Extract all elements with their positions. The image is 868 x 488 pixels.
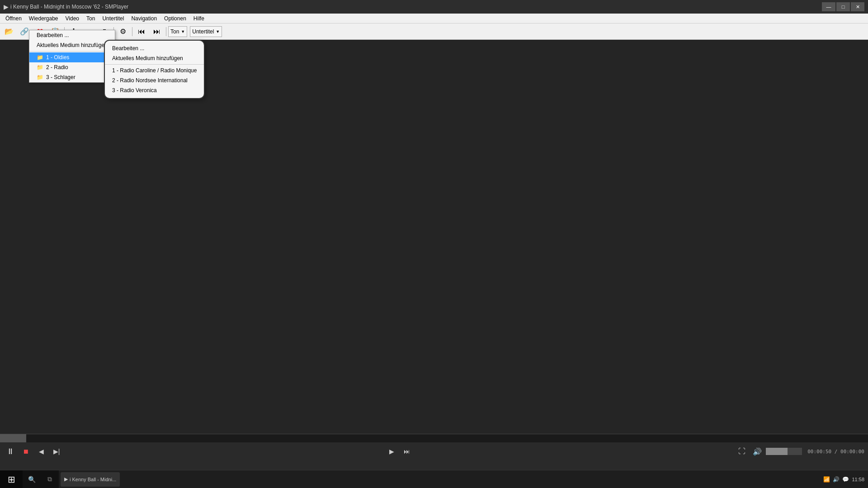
bearbeiten-item[interactable]: Bearbeiten ...: [29, 30, 115, 40]
preferences-button[interactable]: ⚙: [116, 25, 130, 38]
taskbar: ⊞ 🔍 ⧉ ▶ i Kenny Ball - Midni... 📶 🔊 💬 11…: [0, 470, 868, 488]
windows-icon: ⊞: [8, 474, 15, 485]
start-button[interactable]: ⊞: [0, 470, 23, 488]
fullscreen-button[interactable]: ⛶: [735, 445, 749, 458]
playlist-context-menu: Bearbeiten ... Aktuelles Medium hinzufüg…: [29, 30, 115, 83]
system-tray: 📶 🔊 💬 11:58: [820, 476, 868, 483]
window-title: i Kenny Ball - Midnight in Moscow '62 - …: [9, 4, 822, 10]
window-icon: ▶: [4, 3, 9, 10]
add-medium-item[interactable]: Aktuelles Medium hinzufügen: [29, 40, 115, 50]
window-controls: — □ ✕: [822, 2, 864, 11]
system-clock: 11:58: [852, 477, 864, 482]
tray-volume-icon: 🔊: [833, 476, 840, 483]
menu-bar: Öffnen Wiedergabe Video Ton Untertitel N…: [0, 14, 868, 23]
close-button[interactable]: ✕: [851, 2, 864, 11]
tray-network-icon: 📶: [823, 476, 830, 483]
smplayer-taskbar-label: i Kenny Ball - Midni...: [70, 477, 116, 482]
submenu-sep-1: [105, 64, 204, 65]
playlist-radio[interactable]: 📁 2 - Radio ▶: [29, 62, 115, 72]
radio-caroline-item[interactable]: 1 - Radio Caroline / Radio Monique: [105, 66, 204, 75]
next-track-button[interactable]: ▶: [385, 445, 398, 458]
title-bar: ▶ i Kenny Ball - Midnight in Moscow '62 …: [0, 0, 868, 14]
oldies-label: 1 - Oldies: [46, 54, 69, 61]
skip-button[interactable]: ⏭: [400, 445, 414, 458]
progress-bar[interactable]: [0, 434, 868, 442]
folder-icon-radio: 📁: [37, 64, 43, 70]
radio-veronica-item[interactable]: 3 - Radio Veronica: [105, 85, 204, 95]
next-button[interactable]: ⏭: [150, 25, 164, 38]
play-pause-button[interactable]: ⏸: [4, 445, 17, 458]
untertitel-dropdown[interactable]: Untertitel ▼: [190, 26, 222, 37]
volume-button[interactable]: 🔊: [750, 445, 764, 458]
minimize-button[interactable]: —: [822, 2, 835, 11]
untertitel-label: Untertitel: [192, 28, 214, 35]
playlist-toggle-button[interactable]: ▶|: [50, 445, 63, 458]
smplayer-taskbar-app[interactable]: ▶ i Kenny Ball - Midni...: [61, 472, 120, 487]
toolbar-separator-3: [132, 27, 132, 36]
toolbar-separator-4: [166, 27, 166, 36]
controls-row: ⏸ ⏹ ◀ ▶| ▶ ⏭ ⛶ 🔊 00:00:50 / 00:00:00: [0, 442, 868, 460]
progress-fill: [0, 434, 26, 442]
untertitel-arrow: ▼: [216, 29, 220, 34]
maximize-button[interactable]: □: [836, 2, 850, 11]
menu-navigation[interactable]: Navigation: [127, 14, 160, 23]
menu-sep-1: [29, 51, 115, 52]
folder-icon-schlager: 📁: [37, 74, 43, 80]
menu-optionen[interactable]: Optionen: [160, 14, 190, 23]
radio-nordsee-item[interactable]: 2 - Radio Nordsee International: [105, 75, 204, 85]
search-taskbar-button[interactable]: 🔍: [23, 470, 41, 488]
ton-arrow: ▼: [181, 29, 185, 34]
prev-track-button[interactable]: ◀: [34, 445, 48, 458]
menu-ton[interactable]: Ton: [83, 14, 99, 23]
radio-label: 2 - Radio: [46, 64, 68, 70]
menu-oeffnen[interactable]: Öffnen: [2, 14, 25, 23]
prev-button[interactable]: ⏮: [134, 25, 149, 38]
stop-button[interactable]: ⏹: [19, 445, 33, 458]
task-view-button[interactable]: ⧉: [41, 470, 59, 488]
oldies-submenu: Bearbeiten ... Aktuelles Medium hinzufüg…: [104, 40, 205, 99]
tray-message-icon: 💬: [842, 476, 849, 483]
time-display: 00:00:50 / 00:00:00: [807, 449, 864, 455]
control-bar: ⏸ ⏹ ◀ ▶| ▶ ⏭ ⛶ 🔊 00:00:50 / 00:00:00: [0, 434, 868, 470]
toolbar: 📂 🔗 ❤ 📋 ℹ ≡ ⏺ ⚙ ⏮ ⏭ Ton ▼ Untertitel ▼: [0, 23, 868, 40]
ton-dropdown[interactable]: Ton ▼: [168, 26, 187, 37]
add-medium-sub-item[interactable]: Aktuelles Medium hinzufügen: [105, 53, 204, 63]
menu-hilfe[interactable]: Hilfe: [190, 14, 208, 23]
menu-wiedergabe[interactable]: Wiedergabe: [25, 14, 62, 23]
folder-icon-oldies: 📁: [37, 54, 43, 61]
menu-video[interactable]: Video: [62, 14, 83, 23]
open-file-button[interactable]: 📂: [2, 25, 16, 38]
ton-label: Ton: [170, 28, 179, 35]
search-icon: 🔍: [28, 476, 36, 483]
schlager-label: 3 - Schlager: [46, 74, 75, 80]
playlist-schlager[interactable]: 📁 3 - Schlager: [29, 72, 115, 82]
volume-fill: [766, 448, 788, 455]
bearbeiten-sub-item[interactable]: Bearbeiten ...: [105, 43, 204, 53]
smplayer-taskbar-icon: ▶: [64, 476, 68, 482]
taskview-icon: ⧉: [47, 475, 52, 483]
taskbar-items: ▶ i Kenny Ball - Midni...: [59, 472, 820, 487]
menu-untertitel[interactable]: Untertitel: [99, 14, 127, 23]
volume-slider[interactable]: [766, 448, 802, 455]
playlist-oldies[interactable]: 📁 1 - Oldies ▶: [29, 52, 115, 62]
